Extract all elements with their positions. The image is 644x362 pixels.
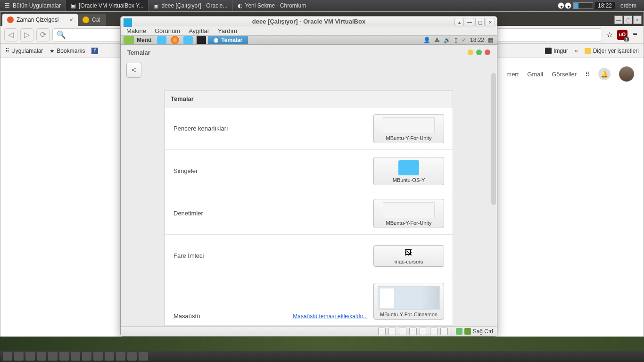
imgur-bookmark[interactable]: Imgur bbox=[545, 48, 568, 54]
xeyes-icon bbox=[558, 2, 571, 9]
window-traffic-lights bbox=[468, 49, 490, 55]
host-tray: 18:22 erdem bbox=[554, 2, 644, 9]
dock-item[interactable] bbox=[139, 352, 148, 361]
host-task-chromium[interactable]: ◐Yeni Sekme - Chromium bbox=[233, 0, 312, 11]
guest-task-themes[interactable]: ◉ Temalar bbox=[208, 36, 248, 44]
dock-item[interactable] bbox=[127, 352, 137, 361]
forward-button[interactable]: ▷ bbox=[20, 28, 33, 41]
network-icon[interactable]: 🖧 bbox=[434, 37, 440, 43]
scrollbar[interactable] bbox=[491, 73, 496, 205]
recording-icon[interactable] bbox=[430, 328, 438, 335]
facebook-icon: f bbox=[91, 48, 98, 54]
google-header-links: mert Gmail Görseller ⠿ 🔔 bbox=[506, 66, 634, 82]
dock-item[interactable] bbox=[59, 352, 69, 361]
close-dot[interactable] bbox=[485, 49, 490, 55]
other-bookmarks[interactable]: Diğer yer işaretleri bbox=[585, 48, 639, 54]
minimize-dot[interactable] bbox=[468, 49, 473, 55]
host-user[interactable]: erdem bbox=[617, 2, 640, 9]
guest-clock[interactable]: 18:22 bbox=[470, 37, 484, 43]
cd-icon[interactable] bbox=[388, 328, 396, 335]
folder-icon bbox=[585, 48, 591, 54]
dock-item[interactable] bbox=[93, 352, 103, 361]
menu-aygitlar[interactable]: Aygıtlar bbox=[189, 27, 209, 34]
display-icon[interactable] bbox=[420, 328, 427, 335]
google-apps-icon[interactable]: ⠿ bbox=[585, 71, 590, 78]
sound-icon[interactable]: 🔊 bbox=[444, 37, 451, 43]
chip-cursor[interactable]: 🖼 mac-cursors bbox=[373, 245, 444, 267]
host-task-apps[interactable]: ☰Bütün Uygulamalar bbox=[0, 0, 66, 11]
row-icons: Simgeler MBuntu-OS-Y bbox=[165, 150, 453, 192]
back-button[interactable]: ◁ bbox=[4, 28, 17, 41]
vbox-titlebar[interactable]: deee [Çalışıyor] - Oracle VM VirtualBox … bbox=[121, 16, 497, 26]
row-controls: Denetimler MBuntu-Y-For-Unity bbox=[165, 192, 453, 235]
ublock-icon[interactable]: uO2 bbox=[617, 30, 627, 40]
vbox-close-button[interactable]: × bbox=[486, 18, 495, 26]
host-task-vbox-vm[interactable]: ▣deee [Çalışıyor] - Oracle... bbox=[149, 0, 232, 11]
terminal-launcher[interactable] bbox=[196, 36, 207, 44]
reload-button[interactable]: ⟳ bbox=[36, 28, 50, 41]
image-icon: 🖼 bbox=[405, 248, 413, 257]
shared-folder-icon[interactable] bbox=[409, 328, 417, 335]
guest-top-panel: Menü ◉ Temalar 👤 🖧 🔊 ▯ ✔ 18:22 ▦ bbox=[121, 35, 497, 45]
menu-makine[interactable]: Makine bbox=[126, 27, 146, 34]
chip-controls[interactable]: MBuntu-Y-For-Unity bbox=[373, 199, 444, 228]
browser-window-controls: — ▢ × bbox=[612, 14, 644, 26]
workspace-icon[interactable]: ▦ bbox=[488, 37, 493, 43]
shield-icon[interactable]: ✔ bbox=[462, 37, 466, 43]
star-icon[interactable]: ☆ bbox=[605, 30, 614, 40]
apps-bookmark[interactable]: ⠿Uygulamalar bbox=[5, 48, 43, 54]
dock-item[interactable] bbox=[25, 352, 35, 361]
host-top-panel: ☰Bütün Uygulamalar ▣[Oracle VM VirtualBo… bbox=[0, 0, 644, 11]
dock-item[interactable] bbox=[116, 352, 125, 361]
gmail-link[interactable]: Gmail bbox=[527, 71, 543, 78]
dock-item[interactable] bbox=[82, 352, 91, 361]
user-icon[interactable]: 👤 bbox=[423, 37, 430, 43]
maximize-button[interactable]: ▢ bbox=[624, 16, 632, 24]
minimize-button[interactable]: — bbox=[614, 16, 623, 24]
menu-yardim[interactable]: Yardım bbox=[218, 27, 237, 34]
dock-item[interactable] bbox=[37, 352, 46, 361]
themes-titlebar[interactable]: Temalar bbox=[121, 45, 497, 60]
cpu-icon[interactable] bbox=[440, 328, 448, 335]
files2-launcher[interactable] bbox=[182, 36, 194, 44]
vbox-up-button[interactable]: ▴ bbox=[454, 18, 464, 26]
tab-timeline[interactable]: Zaman Çizelgesi × bbox=[2, 14, 78, 26]
chip-desktop[interactable]: MBuntu-Y-For-Cinnamon bbox=[373, 283, 444, 320]
host-task-vbox-mgr[interactable]: ▣[Oracle VM VirtualBox Y... bbox=[66, 0, 149, 11]
avatar[interactable] bbox=[619, 66, 634, 82]
vbox-minimize-button[interactable]: — bbox=[465, 18, 474, 26]
dock-item[interactable] bbox=[3, 352, 12, 361]
chip-icons[interactable]: MBuntu-OS-Y bbox=[373, 157, 444, 185]
maximize-dot[interactable] bbox=[476, 49, 482, 55]
firefox-launcher[interactable] bbox=[169, 36, 181, 44]
dock-item[interactable] bbox=[71, 352, 80, 361]
usb-icon[interactable] bbox=[399, 328, 406, 335]
vbox-maximize-button[interactable]: ▢ bbox=[475, 18, 485, 26]
close-button[interactable]: × bbox=[633, 16, 642, 24]
chip-window-borders[interactable]: MBuntu-Y-For-Unity bbox=[373, 114, 444, 143]
close-icon[interactable]: × bbox=[69, 16, 73, 24]
add-remove-theme-link[interactable]: Masaüstü teması ekle/kaldır... bbox=[293, 313, 368, 320]
images-link[interactable]: Görseller bbox=[552, 71, 577, 78]
mint-menu-icon[interactable] bbox=[124, 36, 134, 44]
fb-bookmark[interactable]: f bbox=[91, 48, 98, 54]
host-clock[interactable]: 18:22 bbox=[595, 2, 615, 9]
ubuntu-icon bbox=[7, 16, 14, 23]
files-launcher[interactable] bbox=[156, 36, 167, 44]
host-desktop bbox=[0, 337, 644, 351]
back-button[interactable]: < bbox=[126, 63, 141, 78]
menu-gorunum[interactable]: Görünüm bbox=[155, 27, 180, 34]
dock-item[interactable] bbox=[105, 352, 114, 361]
tab-cal[interactable]: Cal bbox=[78, 14, 106, 26]
battery-icon[interactable]: ▯ bbox=[454, 37, 458, 43]
notifications-icon[interactable]: 🔔 bbox=[598, 68, 611, 80]
google-link[interactable]: mert bbox=[506, 71, 519, 78]
bookmarks-folder[interactable]: ★Bookmarks bbox=[50, 48, 85, 54]
guest-menu-button[interactable]: Menü bbox=[136, 37, 155, 43]
dock-item[interactable] bbox=[14, 352, 24, 361]
vbox-statusbar: Sağ Ctrl bbox=[121, 326, 497, 336]
hdd-icon[interactable] bbox=[378, 328, 386, 335]
dock-item[interactable] bbox=[48, 352, 58, 361]
menu-icon[interactable]: ≡ bbox=[630, 30, 640, 40]
overflow-button[interactable]: » bbox=[575, 48, 578, 54]
